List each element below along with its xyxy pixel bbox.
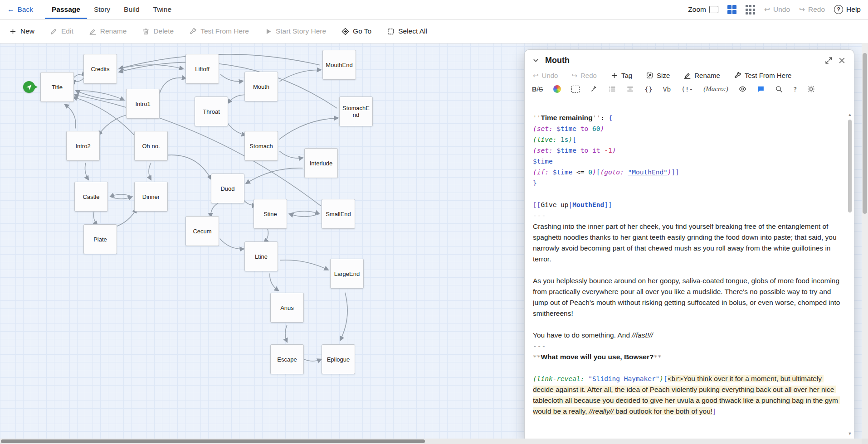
nav-right: Zoom ↩ Undo ↪ Redo ? Help: [688, 0, 861, 19]
passage-node-interlude[interactable]: Interlude: [304, 148, 338, 178]
passage-node-liftoff[interactable]: Liftoff: [185, 54, 219, 84]
editor-content[interactable]: ''Time remaining'': {(set: $time to 60)(…: [525, 110, 847, 439]
passage-node-anus[interactable]: Anus: [270, 293, 304, 323]
editor-test-from-here-button[interactable]: Test From Here: [734, 72, 791, 79]
passage-node-dinner[interactable]: Dinner: [134, 182, 168, 212]
scroll-down-icon[interactable]: ▼: [847, 431, 853, 436]
editor-size-button[interactable]: Size: [646, 72, 670, 79]
passage-node-epilogue[interactable]: Epilogue: [322, 344, 355, 374]
back-arrow-icon: ←: [7, 6, 15, 13]
passage-node-oh-no[interactable]: Oh no.: [134, 131, 168, 161]
frame-icon[interactable]: [571, 86, 580, 93]
align-icon[interactable]: [626, 85, 634, 93]
close-button[interactable]: [838, 57, 846, 64]
grid-3x3-icon: [746, 5, 755, 14]
passage-node-title[interactable]: Title: [40, 72, 74, 102]
passage-editor-panel: Mouth ↩Undo↪RedoTagSizeRenameTest From H…: [525, 50, 854, 439]
toolbar-test-from-here-button[interactable]: Test From Here: [189, 27, 249, 35]
toolbar-label: Test From Here: [200, 27, 249, 35]
help-button[interactable]: ? Help: [834, 5, 861, 14]
vertical-scrollbar[interactable]: [862, 43, 868, 439]
passage-node-intro2[interactable]: Intro2: [66, 131, 100, 161]
wrench-icon: [734, 72, 741, 79]
editor-line: As you helplessly bounce around on her g…: [533, 275, 841, 319]
macro-icon[interactable]: (Macro:): [703, 85, 728, 93]
toolbar-label: Delete: [153, 27, 174, 35]
editor-tag-button[interactable]: Tag: [610, 72, 632, 79]
passage-node-largeend[interactable]: LargeEnd: [330, 259, 364, 289]
passage-node-stine[interactable]: Stine: [254, 199, 287, 229]
passage-node-intro1[interactable]: Intro1: [126, 89, 160, 119]
passage-node-escape[interactable]: Escape: [270, 344, 304, 374]
passage-node-throat[interactable]: Throat: [195, 97, 228, 126]
passage-node-stomach[interactable]: Stomach: [244, 131, 278, 161]
editor-line: [533, 265, 841, 275]
passage-node-mouth[interactable]: Mouth: [244, 72, 278, 101]
action-label: Tag: [621, 72, 632, 79]
passage-node-castle[interactable]: Castle: [74, 182, 108, 212]
wrench-icon: [189, 28, 197, 35]
toolbar-select-all-button[interactable]: Select All: [387, 27, 427, 35]
passage-node-stomachend[interactable]: StomachEnd: [339, 97, 373, 126]
action-label: Undo: [542, 72, 558, 79]
editor-line: Crashing into the inner part of her chee…: [533, 221, 841, 265]
grid-view-button[interactable]: [727, 5, 736, 14]
select-all-icon: [387, 28, 395, 35]
nav-tabs: PassageStoryBuildTwine: [45, 0, 178, 19]
colors-icon[interactable]: [553, 85, 561, 93]
toolbar-start-story-here-button[interactable]: Start Story Here: [264, 27, 326, 35]
bubble-icon: [757, 85, 765, 93]
redo-icon: ↪: [571, 72, 577, 79]
editor-undo-button[interactable]: ↩Undo: [533, 72, 558, 79]
passage-node-ltine[interactable]: Ltine: [244, 241, 278, 271]
toolbar-go-to-button[interactable]: Go To: [341, 27, 371, 35]
zoom-control[interactable]: Zoom: [688, 5, 718, 14]
toolbar-edit-button[interactable]: Edit: [50, 27, 73, 35]
braces-icon[interactable]: {}: [644, 86, 652, 93]
passage-toolbar: NewEditRenameDeleteTest From HereStart S…: [0, 19, 868, 43]
comment-icon[interactable]: (!-: [681, 86, 693, 93]
bold-strike-icon[interactable]: B/S: [532, 86, 543, 93]
passage-node-cecum[interactable]: Cecum: [185, 216, 219, 246]
tab-build[interactable]: Build: [117, 0, 146, 19]
gear-icon[interactable]: [807, 85, 815, 93]
passage-node-credits[interactable]: Credits: [83, 54, 117, 84]
start-passage-indicator: [23, 81, 35, 93]
search-icon[interactable]: [775, 85, 783, 93]
passage-node-plate[interactable]: Plate: [83, 224, 117, 254]
editor-rename-button[interactable]: Rename: [683, 72, 720, 79]
verbatim-icon[interactable]: Vb: [663, 86, 671, 93]
vertical-scrollbar-thumb[interactable]: [863, 53, 867, 214]
goto-icon: [341, 28, 349, 35]
passage-node-mouthend[interactable]: MouthEnd: [322, 50, 356, 80]
panel-scrollbar-thumb[interactable]: [848, 120, 852, 212]
panel-scrollbar[interactable]: ▲ ▼: [847, 112, 853, 436]
nav-undo-button[interactable]: ↩ Undo: [764, 5, 790, 14]
horizontal-scrollbar-thumb[interactable]: [1, 439, 425, 443]
horizontal-scrollbar[interactable]: [0, 439, 862, 444]
toolbar-label: Rename: [100, 27, 127, 35]
passage-node-duod[interactable]: Duod: [211, 174, 244, 203]
editor-line: [[Give up|MouthEnd]]: [533, 199, 841, 210]
bubble-icon[interactable]: [757, 85, 765, 93]
tab-story[interactable]: Story: [87, 0, 117, 19]
dots-view-button[interactable]: [746, 5, 755, 14]
toolbar-delete-button[interactable]: Delete: [142, 27, 174, 35]
list-icon[interactable]: [608, 85, 616, 93]
toolbar-rename-button[interactable]: Rename: [89, 27, 127, 35]
eye-icon[interactable]: [739, 85, 746, 93]
toolbar-new-button[interactable]: New: [9, 27, 34, 35]
tab-passage[interactable]: Passage: [45, 0, 87, 19]
editor-line: **What move will you use, Bowser?**: [533, 352, 841, 362]
hook-icon[interactable]: [590, 85, 598, 93]
scroll-up-icon[interactable]: ▲: [847, 112, 853, 117]
chevron-down-icon: [532, 57, 540, 64]
collapse-button[interactable]: [532, 57, 540, 64]
maximize-button[interactable]: [825, 57, 833, 64]
help-icon[interactable]: ?: [793, 86, 797, 93]
back-button[interactable]: ← Back: [7, 0, 33, 19]
editor-redo-button[interactable]: ↪Redo: [571, 72, 596, 79]
nav-redo-button[interactable]: ↪ Redo: [799, 5, 825, 14]
passage-node-smallend[interactable]: SmallEnd: [322, 199, 355, 229]
tab-twine[interactable]: Twine: [146, 0, 179, 19]
